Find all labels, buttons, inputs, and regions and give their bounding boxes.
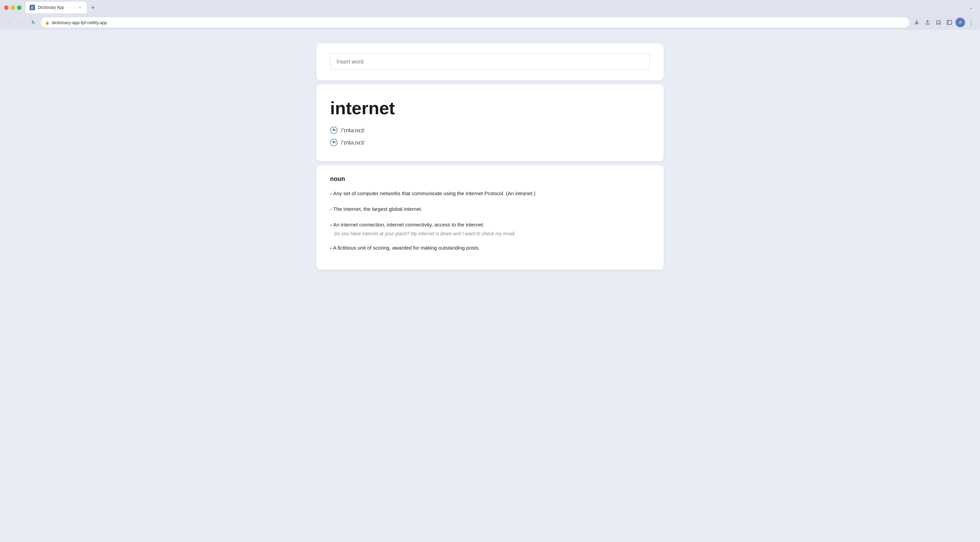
active-tab[interactable]: D Dictionary App × <box>25 2 87 13</box>
phonetic-row-2: /ˈɪntəˌnɛt/ <box>330 139 650 146</box>
title-bar: D Dictionary App × + ⌄ <box>0 0 980 15</box>
definition-text-2: -The Internet, the largest global intern… <box>330 205 650 213</box>
example-text-3: Do you have internet at your place? My i… <box>330 231 650 236</box>
audio-icon-2[interactable] <box>330 139 337 146</box>
tab-dropdown-button[interactable]: ⌄ <box>966 3 976 13</box>
share-button[interactable] <box>923 18 932 27</box>
phonetic-row-1: /ˈɪntəˌnɛt/ <box>330 127 650 134</box>
definition-item-1: -Any set of computer networks that commu… <box>330 189 650 198</box>
profile-button[interactable]: A <box>956 18 965 27</box>
menu-button[interactable]: ⋮ <box>966 18 976 27</box>
tab-bar: D Dictionary App × + ⌄ <box>25 2 976 13</box>
search-input[interactable] <box>330 54 650 70</box>
back-button[interactable]: ← <box>4 18 14 27</box>
browser-chrome: D Dictionary App × + ⌄ ← → ↻ 🔒 dictionar… <box>0 0 980 30</box>
phonetic-text-1: /ˈɪntəˌnɛt/ <box>341 127 364 134</box>
tab-favicon: D <box>30 5 35 10</box>
refresh-button[interactable]: ↻ <box>29 18 38 27</box>
word-card: internet /ˈɪntəˌnɛt/ /ˈɪntəˌnɛt/ <box>317 84 663 161</box>
url-text: dictionary-app-fpf.netlify.app <box>52 20 905 25</box>
svg-rect-0 <box>947 21 952 24</box>
navigation-bar: ← → ↻ 🔒 dictionary-app-fpf.netlify.app <box>0 15 980 30</box>
definition-text-4: -A fictitious unit of scoring, awarded f… <box>330 244 650 252</box>
traffic-lights <box>4 5 21 10</box>
word-title: internet <box>330 98 650 118</box>
forward-button[interactable]: → <box>16 18 26 27</box>
close-button[interactable] <box>4 5 8 10</box>
main-container: internet /ˈɪntəˌnɛt/ /ˈɪntəˌnɛt/ <box>310 44 670 269</box>
search-card <box>317 44 663 80</box>
maximize-button[interactable] <box>17 5 21 10</box>
new-tab-button[interactable]: + <box>88 3 98 13</box>
minimize-button[interactable] <box>11 5 15 10</box>
definitions-card: noun -Any set of computer networks that … <box>317 165 663 269</box>
definition-item-3: -An internet connection, internet connec… <box>330 221 650 236</box>
nav-actions: A ⋮ <box>912 18 976 27</box>
definition-item-2: -The Internet, the largest global intern… <box>330 205 650 213</box>
download-button[interactable] <box>912 18 921 27</box>
sidebar-button[interactable] <box>945 18 954 27</box>
tab-close-button[interactable]: × <box>77 5 83 10</box>
bookmark-button[interactable] <box>934 18 943 27</box>
definition-text-3: -An internet connection, internet connec… <box>330 221 650 229</box>
phonetic-text-2: /ˈɪntəˌnɛt/ <box>341 139 364 146</box>
page-content: internet /ˈɪntəˌnɛt/ /ˈɪntəˌnɛt/ <box>0 30 980 542</box>
audio-icon-1[interactable] <box>330 127 337 134</box>
definition-item-4: -A fictitious unit of scoring, awarded f… <box>330 244 650 252</box>
part-of-speech-label: noun <box>330 176 650 182</box>
tab-title: Dictionary App <box>38 5 75 10</box>
address-bar[interactable]: 🔒 dictionary-app-fpf.netlify.app <box>41 17 909 27</box>
lock-icon: 🔒 <box>45 21 50 25</box>
definition-text-1: -Any set of computer networks that commu… <box>330 189 650 198</box>
